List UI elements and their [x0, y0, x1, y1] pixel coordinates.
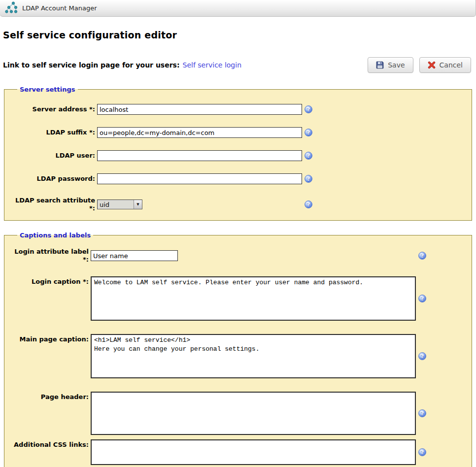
main-page-caption-textarea[interactable]: <h1>LAM self service</h1> Here you can c…: [91, 334, 416, 378]
ldap-suffix-input[interactable]: [97, 127, 302, 138]
form-row: LDAP password: ?: [11, 173, 465, 184]
chevron-down-icon: ▼: [134, 200, 142, 209]
login-attribute-label-input[interactable]: [91, 250, 178, 261]
captions-and-labels-legend: Captions and labels: [17, 232, 93, 239]
ldap-suffix-label: LDAP suffix *:: [11, 129, 95, 136]
login-caption-label: Login caption *:: [11, 276, 89, 286]
additional-css-links-textarea[interactable]: [91, 439, 416, 465]
server-settings-fieldset: Server settings Server address *: ? LDAP…: [4, 86, 472, 221]
form-row: Server address *: ?: [11, 104, 465, 115]
help-icon[interactable]: ?: [418, 352, 426, 360]
form-row: LDAP search attribute *: uid ▼ ?: [11, 197, 465, 212]
main-page-caption-label: Main page caption:: [11, 334, 89, 343]
form-row: Main page caption: <h1>LAM self service<…: [11, 334, 465, 378]
app-title: LDAP Account Manager: [22, 4, 97, 12]
action-row: Link to self service login page for your…: [3, 57, 471, 73]
help-icon[interactable]: ?: [418, 409, 426, 417]
help-icon[interactable]: ?: [305, 152, 312, 160]
form-row: Login caption *: Welcome to LAM self ser…: [11, 276, 465, 321]
ldap-tree-logo-icon: [5, 1, 18, 15]
self-service-login-link[interactable]: Self service login: [183, 61, 241, 69]
selected-option: uid: [98, 201, 134, 208]
self-service-link-label: Link to self service login page for your…: [3, 61, 180, 69]
page-title: Self service configuration editor: [3, 30, 476, 40]
server-address-input[interactable]: [97, 104, 302, 115]
form-row: Additional CSS links: ?: [11, 439, 465, 465]
form-row: Login attribute label *: ?: [11, 248, 465, 264]
help-icon[interactable]: ?: [305, 129, 312, 136]
help-icon[interactable]: ?: [305, 200, 312, 208]
ldap-user-label: LDAP user:: [11, 152, 95, 160]
app-header-bar: LDAP Account Manager: [0, 0, 476, 17]
cancel-x-icon: [428, 61, 436, 69]
ldap-search-attribute-label: LDAP search attribute *:: [11, 197, 95, 212]
captions-and-labels-fieldset: Captions and labels Login attribute labe…: [4, 232, 472, 467]
help-icon[interactable]: ?: [418, 252, 426, 260]
server-address-label: Server address *:: [11, 105, 95, 113]
login-attribute-label-label: Login attribute label *:: [11, 248, 89, 264]
page-header-textarea[interactable]: [91, 392, 416, 435]
save-button[interactable]: Save: [368, 57, 413, 73]
help-icon[interactable]: ?: [305, 175, 312, 183]
save-button-label: Save: [388, 61, 405, 69]
additional-css-links-label: Additional CSS links:: [11, 439, 89, 449]
form-row: Page header: ?: [11, 392, 465, 435]
server-settings-legend: Server settings: [17, 86, 78, 93]
save-floppy-icon: [376, 61, 384, 69]
login-caption-textarea[interactable]: Welcome to LAM self service. Please ente…: [91, 276, 416, 321]
cancel-button[interactable]: Cancel: [419, 57, 471, 73]
page-header-label: Page header:: [11, 392, 89, 401]
ldap-user-input[interactable]: [97, 150, 302, 161]
form-row: LDAP user: ?: [11, 150, 465, 161]
help-icon[interactable]: ?: [418, 295, 426, 302]
help-icon[interactable]: ?: [305, 105, 312, 113]
toolbar: Save Cancel: [368, 57, 471, 73]
ldap-password-label: LDAP password:: [11, 175, 95, 183]
form-row: LDAP suffix *: ?: [11, 127, 465, 138]
ldap-password-input[interactable]: [97, 173, 302, 184]
self-service-link-line: Link to self service login page for your…: [3, 61, 241, 69]
ldap-search-attribute-select[interactable]: uid ▼: [97, 200, 142, 209]
cancel-button-label: Cancel: [440, 61, 463, 69]
help-icon[interactable]: ?: [418, 448, 426, 456]
